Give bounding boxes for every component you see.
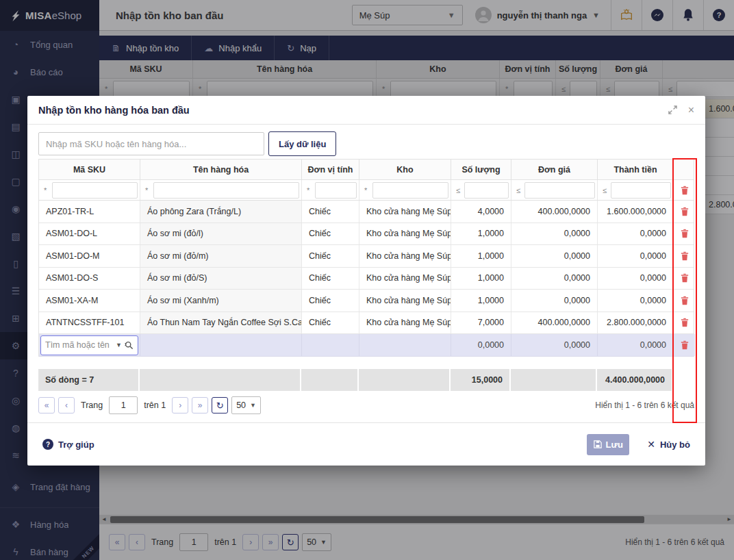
refresh-button[interactable]: ↻ — [212, 397, 228, 413]
table-row[interactable]: ASM01-DO-LÁo sơ mi (đỏ/l)ChiếcKho cửa hà… — [39, 223, 694, 246]
page-of-label: trên 1 — [144, 400, 166, 410]
summary-cell-total: 4.400.000,0000 — [597, 369, 672, 391]
modal-summary-row: Số dòng = 715,00004.400.000,0000 — [38, 369, 694, 391]
delete-row-button[interactable] — [674, 245, 695, 267]
cancel-button-label: Hủy bỏ — [660, 440, 690, 450]
cancel-button[interactable]: ✕ Hủy bỏ — [647, 439, 690, 450]
cell-unit: Chiếc — [302, 245, 359, 267]
cell-price: 0,0000 — [511, 245, 598, 267]
modal-pagination-row: «‹Trangtrên 1›»↻50▼ Hiển thị 1 - 6 trên … — [38, 395, 694, 416]
cell-warehouse: Kho cửa hàng Mẹ Súp — [359, 245, 451, 267]
summary-cell-name — [140, 369, 300, 391]
cell-qty: 4,0000 — [451, 201, 511, 222]
new-row-cell-warehouse — [359, 334, 451, 356]
modal-filter-input[interactable] — [524, 182, 595, 199]
cell-price: 0,0000 — [511, 290, 598, 311]
cell-warehouse: Kho cửa hàng Mẹ Súp — [359, 223, 451, 245]
item-search-placeholder: Tìm mã hoặc tên — [45, 340, 113, 350]
trash-icon — [681, 229, 689, 238]
modal-filter-delete-cell — [674, 180, 695, 200]
modal-filter-input[interactable] — [611, 182, 671, 199]
new-row-cell-sku: Tìm mã hoặc tên▼ — [39, 334, 140, 356]
chevron-down-icon: ▼ — [116, 342, 122, 348]
modal-filter-cell: * — [359, 180, 451, 200]
prev-page-button[interactable]: ‹ — [58, 397, 75, 413]
save-button[interactable]: Lưu — [587, 434, 629, 455]
cell-name: Áo sơ mi (Xanh/m) — [140, 290, 302, 311]
filter-operator: * — [364, 186, 370, 194]
table-row[interactable]: ASM01-DO-MÁo sơ mi (đỏ/m)ChiếcKho cửa hà… — [39, 245, 694, 268]
modal-filter-cell: ≤ — [511, 180, 598, 200]
help-link[interactable]: ? Trợ giúp — [42, 439, 94, 450]
summary-cell-unit — [301, 369, 357, 391]
new-row-cell-qty: 0,0000 — [451, 334, 511, 356]
table-row[interactable]: APZ01-TR-LÁo phông Zara (Trắng/L)ChiếcKh… — [39, 201, 694, 223]
summary-cell-warehouse — [359, 369, 449, 391]
next-page-button[interactable]: › — [172, 397, 188, 413]
delete-column-header — [674, 160, 695, 179]
cell-sku: APZ01-TR-L — [39, 201, 140, 222]
modal-column-header: Tên hàng hóa — [140, 160, 302, 179]
expand-icon[interactable] — [668, 105, 677, 114]
summary-cell-sku: Số dòng = 7 — [38, 369, 138, 391]
modal-column-header: Thành tiền — [598, 160, 674, 179]
delete-row-button[interactable] — [674, 201, 695, 222]
cell-price: 400.000,0000 — [511, 201, 598, 222]
modal-column-header: Mã SKU — [39, 160, 140, 179]
modal-filter-input[interactable] — [153, 182, 299, 199]
table-row[interactable]: ATNTNCSSTFF-101Áo Thun Nam Tay Ngắn Coff… — [39, 312, 694, 335]
modal-pager: «‹Trangtrên 1›»↻50▼ — [38, 396, 261, 414]
delete-row-button[interactable] — [674, 223, 695, 245]
cell-unit: Chiếc — [302, 201, 359, 222]
modal-filter-input[interactable] — [52, 182, 138, 199]
delete-row-button[interactable] — [674, 334, 695, 356]
table-row[interactable]: ASM01-XA-MÁo sơ mi (Xanh/m)ChiếcKho cửa … — [39, 290, 694, 312]
sku-search-input[interactable] — [38, 132, 264, 155]
trash-icon — [681, 207, 689, 216]
filter-operator: ≤ — [603, 186, 608, 194]
cell-unit: Chiếc — [302, 268, 359, 290]
table-row[interactable]: ASM01-DO-SÁo sơ mi (đỏ/S)ChiếcKho cửa hà… — [39, 268, 694, 290]
delete-row-button[interactable] — [674, 312, 695, 334]
modal-search-row: Lấy dữ liệu — [38, 132, 694, 155]
modal-table-filter-row: ****≤≤≤ — [39, 180, 694, 201]
cell-qty: 1,0000 — [451, 290, 511, 311]
cell-sku: ATNTNCSSTFF-101 — [39, 312, 140, 334]
save-disk-icon — [594, 440, 602, 448]
trash-icon — [681, 340, 689, 350]
cell-price: 0,0000 — [511, 268, 598, 290]
new-row-cell-name — [140, 334, 302, 356]
inventory-modal: Nhập tồn kho hàng hóa ban đầu × Lấy dữ l… — [27, 96, 705, 466]
last-page-button[interactable]: » — [192, 397, 208, 413]
cell-sku: ASM01-DO-M — [39, 245, 140, 267]
delete-row-button[interactable] — [674, 268, 695, 290]
modal-filter-input[interactable] — [372, 182, 448, 199]
cell-name: Áo sơ mi (đỏ/m) — [140, 245, 302, 267]
new-row-cell-total: 0,0000 — [598, 334, 674, 356]
modal-filter-cell: ≤ — [451, 180, 511, 200]
close-icon[interactable]: × — [688, 104, 694, 116]
cell-warehouse: Kho cửa hàng Mẹ Súp — [359, 290, 451, 311]
fetch-data-button[interactable]: Lấy dữ liệu — [268, 131, 336, 156]
filter-operator: ≤ — [516, 186, 522, 194]
modal-filter-cell: * — [39, 180, 140, 200]
item-search-combo[interactable]: Tìm mã hoặc tên▼ — [40, 335, 138, 355]
filter-operator: ≤ — [456, 186, 461, 194]
trash-icon — [681, 251, 689, 261]
modal-title-bar: Nhập tồn kho hàng hóa ban đầu × — [27, 96, 705, 125]
modal-page-input[interactable] — [109, 396, 138, 414]
cell-price: 400.000,0000 — [511, 312, 598, 334]
modal-table: Mã SKUTên hàng hóaĐơn vị tínhKhoSố lượng… — [38, 159, 694, 357]
modal-filter-input[interactable] — [315, 182, 357, 199]
cell-name: Áo sơ mi (đỏ/l) — [140, 223, 302, 245]
cell-total: 0,0000 — [598, 245, 674, 267]
cell-unit: Chiếc — [302, 223, 359, 245]
page-label: Trang — [81, 400, 103, 410]
delete-row-button[interactable] — [674, 290, 695, 311]
cell-unit: Chiếc — [302, 312, 359, 334]
modal-filter-input[interactable] — [464, 182, 509, 199]
trash-icon — [681, 273, 689, 283]
first-page-button[interactable]: « — [38, 397, 55, 413]
cell-qty: 1,0000 — [451, 245, 511, 267]
page-size-select[interactable]: 50▼ — [231, 396, 261, 414]
